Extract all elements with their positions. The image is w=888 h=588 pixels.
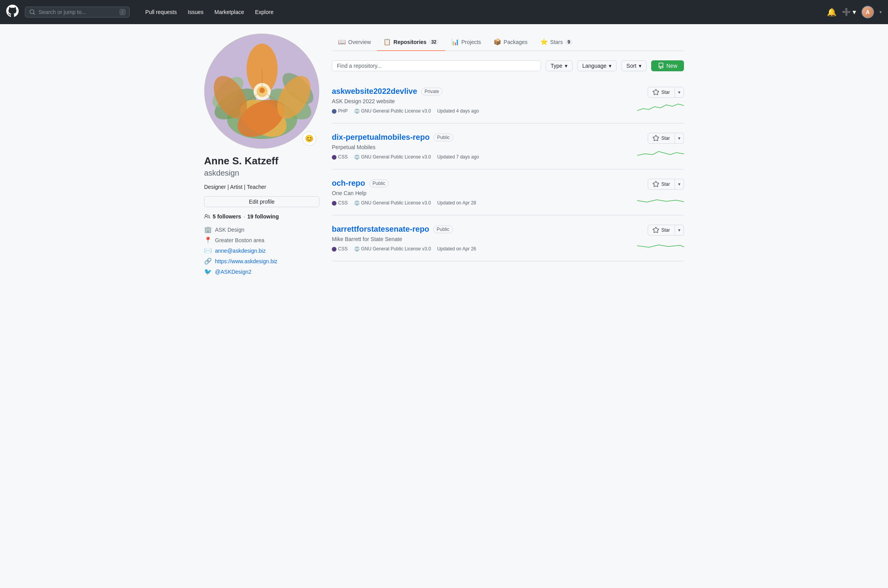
star-icon [653, 89, 659, 95]
avatar[interactable]: A [862, 6, 874, 18]
followers-row: 5 followers · 19 following [204, 213, 319, 220]
detail-location: 📍 Greater Boston area [204, 236, 319, 244]
profile-sidebar: 😊 Anne S. Katzeff askdesign Designer | A… [204, 33, 319, 278]
repo-name-row: och-repo Public [332, 179, 637, 188]
search-input[interactable] [39, 9, 116, 15]
repo-license: ⚖️ GNU General Public License v3.0 [354, 154, 431, 160]
star-button[interactable]: Star [648, 179, 675, 190]
tab-projects[interactable]: 📊 Projects [445, 33, 488, 51]
overview-icon: 📖 [338, 38, 346, 46]
activity-graph [637, 147, 684, 158]
profile-username: askdesign [204, 169, 319, 178]
repo-name-link[interactable]: och-repo [332, 179, 365, 188]
sort-filter-button[interactable]: Sort ▾ [621, 60, 647, 71]
star-button-group: Star ▾ [648, 225, 684, 236]
star-icon [653, 227, 659, 233]
main-content: 📖 Overview 📋 Repositories 32 📊 Projects … [332, 33, 684, 278]
search-box[interactable]: / [25, 7, 130, 18]
stars-icon: ⭐ [540, 38, 548, 46]
star-dropdown-button[interactable]: ▾ [675, 87, 684, 98]
new-repo-icon [658, 63, 664, 69]
packages-icon: 📦 [493, 38, 501, 46]
repo-visibility-badge: Public [433, 134, 453, 141]
repo-visibility-badge: Private [421, 88, 442, 95]
repo-search-input[interactable] [332, 60, 541, 71]
tab-overview[interactable]: 📖 Overview [332, 33, 377, 51]
plus-icon[interactable]: ➕ ▾ [842, 8, 856, 16]
repo-license: ⚖️ GNU General Public License v3.0 [354, 200, 431, 206]
star-button-group: Star ▾ [648, 133, 684, 144]
star-dropdown-button[interactable]: ▾ [675, 225, 684, 236]
edit-avatar-button[interactable]: 😊 [302, 132, 316, 146]
sort-chevron-icon: ▾ [639, 63, 641, 69]
new-repo-button[interactable]: New [651, 60, 684, 71]
notifications-icon[interactable]: 🔔 [827, 7, 837, 17]
detail-website[interactable]: 🔗 https://www.askdesign.biz [204, 257, 319, 265]
projects-icon: 📊 [451, 38, 459, 46]
github-logo[interactable] [6, 5, 19, 20]
main-nav: Pull requests Issues Marketplace Explore [139, 7, 277, 18]
table-row: dix-perpetualmobiles-repo Public Perpetu… [332, 123, 684, 169]
nav-marketplace[interactable]: Marketplace [211, 7, 247, 18]
type-chevron-icon: ▾ [565, 63, 567, 69]
repo-info: askwebsite2022devlive Private ASK Design… [332, 87, 637, 114]
repo-meta: PHP ⚖️ GNU General Public License v3.0 U… [332, 108, 637, 114]
repositories-count: 32 [429, 39, 439, 45]
following-count[interactable]: 19 following [247, 213, 279, 220]
detail-organization: 🏢 ASK Design [204, 226, 319, 233]
star-button[interactable]: Star [648, 133, 675, 144]
tab-packages[interactable]: 📦 Packages [487, 33, 534, 51]
repo-filters: Type ▾ Language ▾ Sort ▾ New [332, 60, 684, 71]
repo-updated: Updated on Apr 28 [437, 200, 476, 206]
repo-description: Perpetual Mobiles [332, 144, 637, 150]
navbar-right: 🔔 ➕ ▾ A ▾ [827, 6, 882, 18]
nav-pull-requests[interactable]: Pull requests [142, 7, 180, 18]
license-icon: ⚖️ [354, 200, 360, 206]
edit-profile-button[interactable]: Edit profile [204, 196, 319, 207]
activity-graph [637, 239, 684, 250]
repo-name-link[interactable]: askwebsite2022devlive [332, 87, 417, 96]
star-dropdown-button[interactable]: ▾ [675, 133, 684, 144]
tab-stars[interactable]: ⭐ Stars 9 [534, 33, 579, 51]
nav-issues[interactable]: Issues [185, 7, 206, 18]
twitter-link[interactable]: @ASKDesign2 [215, 269, 252, 275]
repo-language: CSS [332, 246, 348, 252]
website-link[interactable]: https://www.askdesign.biz [215, 258, 277, 264]
detail-twitter[interactable]: 🐦 @ASKDesign2 [204, 268, 319, 275]
repo-language: PHP [332, 108, 348, 114]
repo-updated: Updated 4 days ago [437, 108, 479, 114]
location-icon: 📍 [204, 236, 212, 244]
avatar-container: 😊 [204, 33, 319, 149]
star-button[interactable]: Star [648, 87, 675, 98]
activity-graph [637, 193, 684, 204]
repo-visibility-badge: Public [369, 180, 389, 187]
type-filter-button[interactable]: Type ▾ [546, 60, 573, 71]
star-button[interactable]: Star [648, 225, 675, 236]
language-dot [332, 247, 337, 252]
email-link[interactable]: anne@askdesign.biz [215, 248, 266, 254]
language-dot [332, 155, 337, 160]
repo-name-row: dix-perpetualmobiles-repo Public [332, 133, 637, 142]
repo-meta: CSS ⚖️ GNU General Public License v3.0 U… [332, 200, 637, 206]
star-dropdown-button[interactable]: ▾ [675, 179, 684, 190]
language-dot [332, 109, 337, 114]
detail-email[interactable]: ✉️ anne@askdesign.biz [204, 247, 319, 254]
star-icon [653, 135, 659, 141]
tab-repositories[interactable]: 📋 Repositories 32 [377, 33, 445, 51]
followers-count[interactable]: 5 followers [213, 213, 241, 220]
repo-updated: Updated on Apr 26 [437, 246, 476, 252]
repo-actions: Star ▾ [637, 87, 684, 113]
nav-explore[interactable]: Explore [252, 7, 277, 18]
language-filter-button[interactable]: Language ▾ [577, 60, 617, 71]
table-row: barrettforstatesenate-repo Public Mike B… [332, 215, 684, 261]
repo-name-link[interactable]: dix-perpetualmobiles-repo [332, 133, 430, 142]
avatar-chevron[interactable]: ▾ [879, 9, 882, 15]
repo-actions: Star ▾ [637, 225, 684, 250]
link-icon: 🔗 [204, 257, 212, 265]
repo-visibility-badge: Public [433, 225, 453, 233]
repo-list: askwebsite2022devlive Private ASK Design… [332, 77, 684, 261]
repo-name-link[interactable]: barrettforstatesenate-repo [332, 225, 429, 234]
star-button-group: Star ▾ [648, 179, 684, 190]
license-icon: ⚖️ [354, 246, 360, 252]
language-dot [332, 201, 337, 206]
